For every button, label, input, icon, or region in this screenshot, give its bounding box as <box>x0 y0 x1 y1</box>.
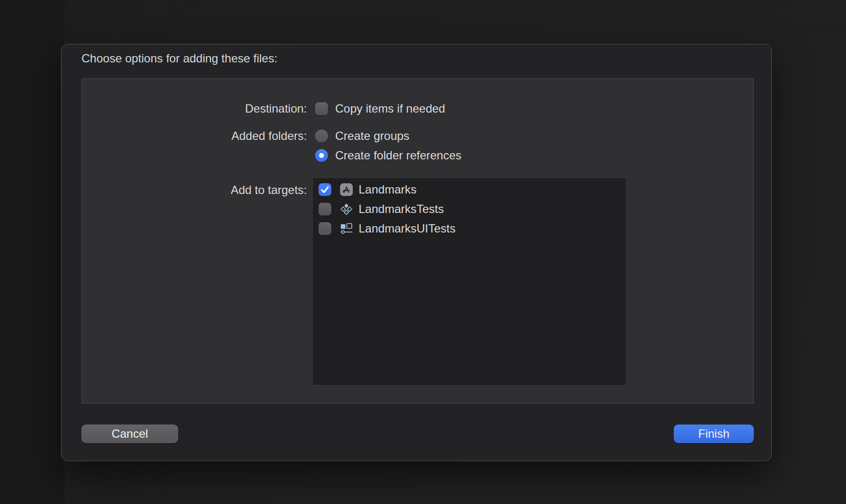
target-name: LandmarksTests <box>359 202 444 216</box>
unit-test-target-icon <box>340 202 353 216</box>
added-folders-label: Added folders: <box>161 129 307 143</box>
finish-button[interactable]: Finish <box>674 425 754 443</box>
create-folder-references-label[interactable]: Create folder references <box>335 149 462 162</box>
checkmark-icon <box>319 183 331 196</box>
create-groups-radio[interactable] <box>315 130 328 142</box>
create-groups-label[interactable]: Create groups <box>335 129 409 143</box>
landmarks-checkbox[interactable] <box>319 183 331 196</box>
ui-test-target-icon <box>340 222 353 235</box>
target-row-landmarks[interactable]: Landmarks <box>313 180 626 199</box>
dialog-title: Choose options for adding these files: <box>81 51 278 66</box>
screen: Choose options for adding these files: D… <box>0 0 846 504</box>
options-panel: Destination: Copy items if needed Added … <box>81 78 754 404</box>
copy-items-label[interactable]: Copy items if needed <box>335 102 445 116</box>
target-row-landmarksuitests[interactable]: LandmarksUITests <box>313 219 626 238</box>
app-target-icon <box>340 183 353 196</box>
landmarksuitests-checkbox[interactable] <box>319 222 331 235</box>
add-files-options-dialog: Choose options for adding these files: D… <box>61 44 772 461</box>
add-to-targets-label: Add to targets: <box>161 183 307 197</box>
targets-list: Landmarks LandmarksTests <box>312 177 626 386</box>
copy-items-checkbox[interactable] <box>315 102 328 115</box>
create-folder-references-radio[interactable] <box>315 149 328 162</box>
target-name: Landmarks <box>359 183 417 196</box>
landmarkstests-checkbox[interactable] <box>319 203 331 215</box>
cancel-button[interactable]: Cancel <box>81 425 178 443</box>
target-row-landmarkstests[interactable]: LandmarksTests <box>313 199 626 219</box>
destination-label: Destination: <box>161 102 307 116</box>
target-name: LandmarksUITests <box>359 222 456 235</box>
desktop-background-strip <box>0 0 65 504</box>
